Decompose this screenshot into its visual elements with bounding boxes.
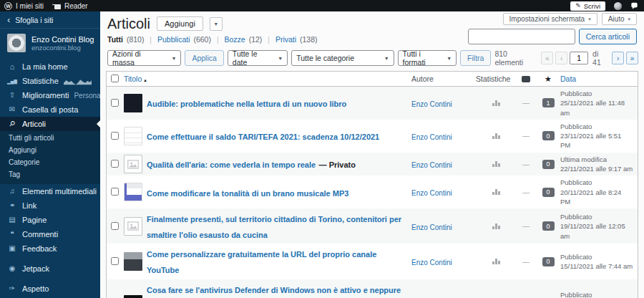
user-avatar[interactable]	[614, 2, 622, 10]
author-link[interactable]: Enzo Contini	[411, 259, 452, 266]
sidebar-item-home[interactable]: La mia home	[0, 59, 100, 74]
notifications-bell-icon[interactable]	[630, 2, 638, 10]
post-title-link[interactable]: Come personalizzare gratuitamente la URL…	[147, 250, 376, 274]
post-title-link[interactable]: Come effettuare il saldo TARI/TEFA 2021:…	[147, 133, 379, 141]
post-date: 19/11/2021 alle 12:05 am	[560, 221, 633, 241]
formats-filter-value: Tutti i formati	[403, 49, 440, 67]
post-title-link[interactable]: Qualità dell'aria: come vederla in tempo…	[147, 160, 316, 169]
browse-sites-back[interactable]: ‹ Sfoglia i siti	[0, 11, 100, 29]
status-filter-link[interactable]: Privati (138)	[273, 35, 318, 44]
status-filter-link[interactable]: Pubblicati (660)	[155, 35, 213, 44]
post-thumbnail[interactable]	[124, 155, 142, 173]
no-comments-dash: —	[522, 188, 530, 196]
author-link[interactable]: Enzo Contini	[411, 189, 452, 197]
post-thumbnail[interactable]	[124, 252, 142, 271]
author-link[interactable]: Enzo Contini	[411, 133, 452, 141]
post-thumbnail[interactable]	[124, 183, 142, 201]
select-post-checkbox[interactable]	[111, 257, 119, 265]
sidebar-menu: La mia home Statistiche Miglioramenti Pe…	[0, 58, 100, 298]
back-chevron-icon: ‹	[7, 15, 10, 24]
comments-cell: —	[516, 99, 536, 107]
post-thumbnail[interactable]	[124, 295, 142, 298]
separator: |	[150, 35, 152, 44]
post-title-link[interactable]: Audible: problematiche nella lettura di …	[147, 100, 346, 108]
categories-filter-select[interactable]: Tutte le categorie ▼	[291, 50, 394, 66]
status-filter-link[interactable]: Tutti (810)	[107, 35, 146, 44]
current-page-input[interactable]	[570, 52, 588, 64]
post-title-link[interactable]: Finalmente presenti, sul territorio citt…	[147, 215, 401, 239]
sidebar-subitem[interactable]: Aggiungi	[0, 144, 100, 156]
admin-bar-right: ✎ Scrivi	[570, 1, 638, 11]
image-placeholder-icon	[127, 221, 139, 231]
sidebar-subitem[interactable]: Tag	[0, 168, 100, 181]
add-new-button[interactable]: Aggiungi	[157, 16, 203, 31]
status-filter-link[interactable]: Bozze (12)	[223, 35, 265, 44]
stats-chart-icon[interactable]	[492, 100, 500, 106]
comments-cell: —	[516, 188, 536, 196]
post-thumbnail[interactable]	[124, 94, 142, 112]
author-link[interactable]: Enzo Contini	[411, 224, 452, 231]
last-page-button[interactable]: »	[626, 52, 638, 64]
post-title-link[interactable]: Come modificare la tonalità di un brano …	[147, 189, 348, 198]
column-date[interactable]: Data	[560, 74, 633, 83]
author-link[interactable]: Enzo Contini	[411, 100, 452, 108]
filter-button[interactable]: Filtra	[460, 50, 491, 66]
select-post-checkbox[interactable]	[111, 222, 119, 230]
select-post-checkbox[interactable]	[111, 188, 119, 196]
my-sites-menu[interactable]: W I miei siti	[4, 2, 44, 10]
sidebar-item-link[interactable]: Link	[0, 198, 100, 213]
select-post-checkbox[interactable]	[111, 132, 119, 140]
post-status: Pubblicato	[560, 290, 633, 298]
write-button[interactable]: ✎ Scrivi	[570, 1, 605, 11]
sidebar-item-comments[interactable]: Commenti	[0, 227, 100, 241]
bulk-actions-select[interactable]: Azioni di massa ▼	[107, 50, 181, 66]
select-all-checkbox[interactable]	[111, 74, 119, 82]
next-page-button[interactable]: ›	[612, 52, 624, 64]
sidebar-subitem[interactable]: Categorie	[0, 156, 100, 168]
sidebar-item-inbox[interactable]: Casella di posta	[0, 102, 100, 117]
stats-chart-icon[interactable]	[492, 161, 500, 167]
sidebar-item-jetpack[interactable]: Jetpack	[0, 261, 100, 276]
comments-cell: —	[516, 160, 536, 168]
date-cell: Pubblicato 15/11/2021 alle 7:44 am	[560, 252, 633, 271]
post-thumbnail[interactable]	[124, 217, 142, 236]
apply-button[interactable]: Applica	[185, 50, 223, 66]
table-row: Finalmente presenti, sul territorio citt…	[107, 208, 638, 244]
sidebar-subitem[interactable]: Tutti gli articoli	[0, 132, 100, 144]
items-count: 810 elementi	[494, 49, 535, 67]
first-page-button[interactable]: «	[541, 52, 553, 64]
add-new-dropdown-toggle[interactable]: ▾	[210, 17, 223, 31]
stats-chart-icon[interactable]	[492, 133, 500, 139]
select-post-checkbox[interactable]	[111, 99, 119, 107]
stats-chart-icon[interactable]	[492, 224, 500, 229]
caret-down-icon: ▼	[171, 56, 176, 61]
inbox-icon	[7, 106, 17, 113]
sidebar-item-posts[interactable]: Articoli	[0, 117, 100, 131]
post-title-link[interactable]: Cosa fare se l'antivirus Defender di Win…	[147, 286, 401, 298]
sidebar-item-media[interactable]: Elementi multimediali	[0, 184, 100, 198]
reader-menu[interactable]: Reader	[52, 2, 88, 10]
column-title[interactable]: Titolo▴	[124, 74, 411, 83]
post-date: 15/11/2021 alle 7:44 am	[560, 261, 633, 271]
formats-filter-select[interactable]: Tutti i formati ▼	[398, 50, 457, 66]
private-state-label: — Privato	[319, 160, 356, 169]
search-posts-button[interactable]: Cerca articoli	[579, 29, 637, 44]
no-comments-dash: —	[522, 132, 530, 140]
search-input[interactable]	[468, 29, 575, 44]
screen-options-button[interactable]: Impostazioni schermata ▾	[503, 13, 597, 25]
sidebar-item-appearance[interactable]: Aspetto	[0, 282, 100, 296]
sidebar-item-pages[interactable]: Pagine	[0, 213, 100, 227]
sidebar-item-upgrades[interactable]: Miglioramenti Personale	[0, 88, 100, 102]
select-post-checkbox[interactable]	[111, 160, 119, 168]
post-thumbnail[interactable]	[124, 127, 142, 145]
stats-chart-icon[interactable]	[492, 259, 500, 264]
sidebar-item-feedback[interactable]: Feedback	[0, 241, 100, 256]
sidebar-item-stats[interactable]: Statistiche	[0, 74, 100, 88]
help-button[interactable]: Aiuto ▾	[602, 13, 637, 25]
stats-chart-icon[interactable]	[492, 189, 500, 195]
dates-filter-select[interactable]: Tutte le date ▼	[228, 50, 288, 66]
site-card[interactable]: Enzo Contini Blog enzocontini.blog	[0, 29, 100, 58]
pagination: 810 elementi « ‹ di 41 › »	[494, 49, 638, 67]
author-link[interactable]: Enzo Contini	[411, 161, 452, 169]
previous-page-button[interactable]: ‹	[555, 52, 567, 64]
